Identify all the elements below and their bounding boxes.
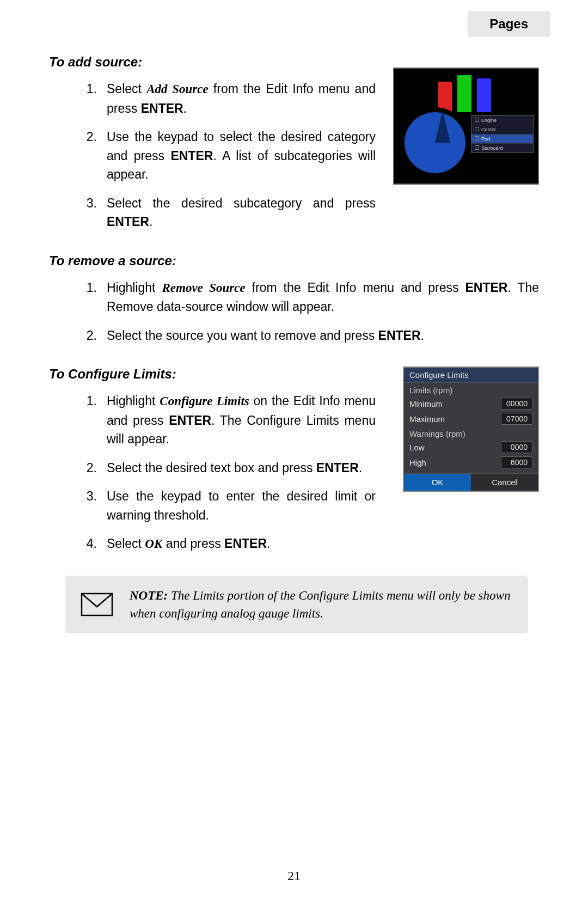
config-row-high: High 6000 <box>404 455 538 470</box>
list-num: 1. <box>82 278 97 316</box>
list-num: 2. <box>82 127 97 184</box>
list-num: 2. <box>82 326 97 345</box>
list-item: 1. Highlight Remove Source from the Edit… <box>82 278 539 316</box>
gauge-menu-item-selected: Port <box>471 134 533 143</box>
page-content: To add source: Engine Center Port Starbo… <box>49 54 539 633</box>
list-item: 1. Highlight Configure Limits on the Edi… <box>82 392 376 449</box>
list-item: 1. Select Add Source from the Edit Info … <box>82 80 376 118</box>
list-text: Select the source you want to remove and… <box>107 326 539 345</box>
gauge-submenu: Engine Center Port Starboard <box>471 115 534 153</box>
config-button-row: OK Cancel <box>404 473 538 491</box>
note-lead: NOTE: <box>130 589 168 602</box>
gauge-menu-item: Starboard <box>471 143 533 152</box>
list-text: Select the desired text box and press EN… <box>107 459 376 478</box>
gauge-needle <box>435 110 450 143</box>
list-text: Highlight Configure Limits on the Edit I… <box>107 392 376 449</box>
heading-remove-source: To remove a source: <box>49 253 539 268</box>
configure-limits-screenshot: Configure Limits Limits (rpm) Minimum 00… <box>403 367 539 492</box>
gauge-bar-blue <box>477 78 491 112</box>
list-text: Select OK and press ENTER. <box>107 534 376 554</box>
gauge-bars <box>438 74 491 112</box>
config-dialog-title: Configure Limits <box>404 368 538 383</box>
list-num: 3. <box>82 194 97 231</box>
list-text: Highlight Remove Source from the Edit In… <box>107 278 539 316</box>
config-ok-button: OK <box>404 474 471 491</box>
config-group-warnings: Warnings (rpm) <box>404 426 538 439</box>
gauge-screenshot: Engine Center Port Starboard <box>393 68 539 185</box>
gauge-menu-item: Center <box>471 125 533 134</box>
page-number: 21 <box>0 869 588 883</box>
config-value: 0000 <box>501 441 532 453</box>
list-num: 1. <box>82 392 97 449</box>
list-text: Use the keypad to select the desired cat… <box>107 127 376 184</box>
config-row-low: Low 0000 <box>404 439 538 455</box>
list-text: Select the desired subcategory and press… <box>107 194 376 231</box>
config-cancel-button: Cancel <box>471 474 538 491</box>
list-num: 4. <box>82 534 97 554</box>
config-value: 6000 <box>501 456 532 468</box>
list-item: 2. Select the desired text box and press… <box>82 459 376 478</box>
page-tab: Pages <box>468 11 550 37</box>
list-num: 2. <box>82 459 97 478</box>
config-label: Maximum <box>409 414 445 424</box>
list-text: Select Add Source from the Edit Info men… <box>107 80 376 118</box>
config-row-max: Maximum 07000 <box>404 411 538 426</box>
gauge-menu-item: Engine <box>471 115 533 125</box>
list-item: 4. Select OK and press ENTER. <box>82 534 376 554</box>
list-remove-source: 1. Highlight Remove Source from the Edit… <box>82 278 539 345</box>
list-item: 2. Select the source you want to remove … <box>82 326 539 345</box>
config-value: 07000 <box>501 413 532 425</box>
config-label: Minimum <box>409 399 443 408</box>
gauge-dial <box>400 107 470 178</box>
list-num: 1. <box>82 80 97 118</box>
list-item: 3. Use the keypad to enter the desired l… <box>82 487 376 524</box>
config-label: High <box>409 458 426 467</box>
envelope-icon <box>81 593 113 616</box>
list-item: 3. Select the desired subcategory and pr… <box>82 194 376 231</box>
note-body: The Limits portion of the Configure Limi… <box>130 589 510 620</box>
config-label: Low <box>409 443 425 452</box>
list-num: 3. <box>82 487 97 524</box>
config-row-min: Minimum 00000 <box>404 396 538 411</box>
config-value: 00000 <box>501 398 532 410</box>
list-item: 2. Use the keypad to select the desired … <box>82 127 376 184</box>
note-text: NOTE: The Limits portion of the Configur… <box>130 587 513 623</box>
note-block: NOTE: The Limits portion of the Configur… <box>65 576 528 634</box>
config-group-limits: Limits (rpm) <box>404 383 538 396</box>
list-text: Use the keypad to enter the desired limi… <box>107 487 376 524</box>
gauge-bar-green <box>457 75 471 112</box>
